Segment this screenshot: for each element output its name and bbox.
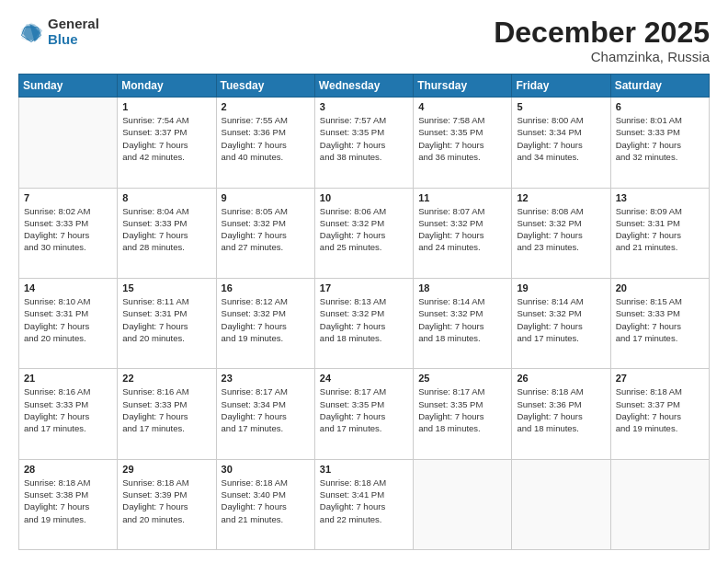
table-row xyxy=(610,459,709,549)
day-number: 6 xyxy=(616,101,704,112)
calendar-week-row: 21Sunrise: 8:16 AMSunset: 3:33 PMDayligh… xyxy=(19,369,710,459)
table-row: 23Sunrise: 8:17 AMSunset: 3:34 PMDayligh… xyxy=(216,369,314,459)
day-info: Sunrise: 7:54 AMSunset: 3:37 PMDaylight:… xyxy=(122,114,210,163)
table-row: 25Sunrise: 8:17 AMSunset: 3:35 PMDayligh… xyxy=(414,369,512,459)
day-info: Sunrise: 7:55 AMSunset: 3:36 PMDaylight:… xyxy=(222,114,310,163)
table-row: 28Sunrise: 8:18 AMSunset: 3:38 PMDayligh… xyxy=(19,459,118,549)
day-info: Sunrise: 8:11 AMSunset: 3:31 PMDaylight:… xyxy=(122,295,210,344)
day-info: Sunrise: 8:07 AMSunset: 3:32 PMDaylight:… xyxy=(418,205,506,254)
day-number: 17 xyxy=(320,282,408,293)
day-number: 12 xyxy=(517,192,605,203)
table-row: 22Sunrise: 8:16 AMSunset: 3:33 PMDayligh… xyxy=(118,369,216,459)
day-number: 20 xyxy=(616,282,704,293)
day-info: Sunrise: 8:14 AMSunset: 3:32 PMDaylight:… xyxy=(517,295,605,344)
table-row xyxy=(414,459,512,549)
table-row: 13Sunrise: 8:09 AMSunset: 3:31 PMDayligh… xyxy=(610,188,709,278)
table-row: 1Sunrise: 7:54 AMSunset: 3:37 PMDaylight… xyxy=(118,98,216,188)
table-row: 26Sunrise: 8:18 AMSunset: 3:36 PMDayligh… xyxy=(512,369,610,459)
table-row: 8Sunrise: 8:04 AMSunset: 3:33 PMDaylight… xyxy=(118,188,216,278)
col-sunday: Sunday xyxy=(19,75,118,98)
table-row: 10Sunrise: 8:06 AMSunset: 3:32 PMDayligh… xyxy=(314,188,413,278)
day-number: 5 xyxy=(517,101,605,112)
day-number: 26 xyxy=(517,373,605,384)
col-wednesday: Wednesday xyxy=(314,75,413,98)
day-info: Sunrise: 8:16 AMSunset: 3:33 PMDaylight:… xyxy=(24,385,112,434)
table-row: 4Sunrise: 7:58 AMSunset: 3:35 PMDaylight… xyxy=(414,98,512,188)
day-number: 14 xyxy=(24,282,112,293)
calendar-week-row: 1Sunrise: 7:54 AMSunset: 3:37 PMDaylight… xyxy=(19,98,710,188)
day-info: Sunrise: 8:04 AMSunset: 3:33 PMDaylight:… xyxy=(122,205,210,254)
day-number: 13 xyxy=(616,192,704,203)
day-info: Sunrise: 8:01 AMSunset: 3:33 PMDaylight:… xyxy=(616,114,704,163)
logo-icon xyxy=(18,19,44,45)
table-row: 27Sunrise: 8:18 AMSunset: 3:37 PMDayligh… xyxy=(610,369,709,459)
table-row: 30Sunrise: 8:18 AMSunset: 3:40 PMDayligh… xyxy=(216,459,314,549)
day-info: Sunrise: 7:58 AMSunset: 3:35 PMDaylight:… xyxy=(418,114,506,163)
title-block: December 2025 Chamzinka, Russia xyxy=(494,17,710,64)
table-row: 16Sunrise: 8:12 AMSunset: 3:32 PMDayligh… xyxy=(216,278,314,368)
day-info: Sunrise: 7:57 AMSunset: 3:35 PMDaylight:… xyxy=(320,114,408,163)
table-row xyxy=(19,98,118,188)
calendar-table: Sunday Monday Tuesday Wednesday Thursday… xyxy=(18,74,710,550)
table-row: 29Sunrise: 8:18 AMSunset: 3:39 PMDayligh… xyxy=(118,459,216,549)
calendar-header-row: Sunday Monday Tuesday Wednesday Thursday… xyxy=(19,75,710,98)
day-number: 30 xyxy=(222,464,310,475)
day-info: Sunrise: 8:00 AMSunset: 3:34 PMDaylight:… xyxy=(517,114,605,163)
table-row: 2Sunrise: 7:55 AMSunset: 3:36 PMDaylight… xyxy=(216,98,314,188)
page-header: General Blue December 2025 Chamzinka, Ru… xyxy=(18,17,710,64)
day-number: 9 xyxy=(222,192,310,203)
day-info: Sunrise: 8:18 AMSunset: 3:40 PMDaylight:… xyxy=(222,477,310,525)
calendar-week-row: 14Sunrise: 8:10 AMSunset: 3:31 PMDayligh… xyxy=(19,278,710,368)
table-row xyxy=(512,459,610,549)
day-info: Sunrise: 8:13 AMSunset: 3:32 PMDaylight:… xyxy=(320,295,408,344)
day-info: Sunrise: 8:17 AMSunset: 3:35 PMDaylight:… xyxy=(320,385,408,434)
day-number: 25 xyxy=(418,373,506,384)
col-friday: Friday xyxy=(512,75,610,98)
table-row: 7Sunrise: 8:02 AMSunset: 3:33 PMDaylight… xyxy=(19,188,118,278)
calendar-week-row: 7Sunrise: 8:02 AMSunset: 3:33 PMDaylight… xyxy=(19,188,710,278)
day-number: 10 xyxy=(320,192,408,203)
calendar-week-row: 28Sunrise: 8:18 AMSunset: 3:38 PMDayligh… xyxy=(19,459,710,549)
table-row: 31Sunrise: 8:18 AMSunset: 3:41 PMDayligh… xyxy=(314,459,413,549)
logo-text: General Blue xyxy=(48,17,99,47)
table-row: 20Sunrise: 8:15 AMSunset: 3:33 PMDayligh… xyxy=(610,278,709,368)
table-row: 5Sunrise: 8:00 AMSunset: 3:34 PMDaylight… xyxy=(512,98,610,188)
month-title: December 2025 xyxy=(494,17,710,49)
day-number: 23 xyxy=(222,373,310,384)
day-number: 24 xyxy=(320,373,408,384)
day-number: 1 xyxy=(122,101,210,112)
day-info: Sunrise: 8:12 AMSunset: 3:32 PMDaylight:… xyxy=(222,295,310,344)
logo: General Blue xyxy=(18,17,99,47)
col-thursday: Thursday xyxy=(414,75,512,98)
day-number: 8 xyxy=(122,192,210,203)
day-number: 19 xyxy=(517,282,605,293)
day-number: 16 xyxy=(222,282,310,293)
day-info: Sunrise: 8:14 AMSunset: 3:32 PMDaylight:… xyxy=(418,295,506,344)
col-monday: Monday xyxy=(118,75,216,98)
day-number: 22 xyxy=(122,373,210,384)
day-number: 29 xyxy=(122,464,210,475)
col-saturday: Saturday xyxy=(610,75,709,98)
day-info: Sunrise: 8:16 AMSunset: 3:33 PMDaylight:… xyxy=(122,385,210,434)
table-row: 19Sunrise: 8:14 AMSunset: 3:32 PMDayligh… xyxy=(512,278,610,368)
table-row: 11Sunrise: 8:07 AMSunset: 3:32 PMDayligh… xyxy=(414,188,512,278)
day-info: Sunrise: 8:17 AMSunset: 3:34 PMDaylight:… xyxy=(222,385,310,434)
day-number: 4 xyxy=(418,101,506,112)
day-number: 31 xyxy=(320,464,408,475)
table-row: 21Sunrise: 8:16 AMSunset: 3:33 PMDayligh… xyxy=(19,369,118,459)
day-info: Sunrise: 8:09 AMSunset: 3:31 PMDaylight:… xyxy=(616,205,704,254)
day-info: Sunrise: 8:05 AMSunset: 3:32 PMDaylight:… xyxy=(222,205,310,254)
table-row: 18Sunrise: 8:14 AMSunset: 3:32 PMDayligh… xyxy=(414,278,512,368)
table-row: 15Sunrise: 8:11 AMSunset: 3:31 PMDayligh… xyxy=(118,278,216,368)
day-number: 27 xyxy=(616,373,704,384)
day-info: Sunrise: 8:10 AMSunset: 3:31 PMDaylight:… xyxy=(24,295,112,344)
logo-general: General xyxy=(48,17,99,32)
day-number: 15 xyxy=(122,282,210,293)
table-row: 17Sunrise: 8:13 AMSunset: 3:32 PMDayligh… xyxy=(314,278,413,368)
location: Chamzinka, Russia xyxy=(494,49,710,64)
table-row: 3Sunrise: 7:57 AMSunset: 3:35 PMDaylight… xyxy=(314,98,413,188)
day-info: Sunrise: 8:15 AMSunset: 3:33 PMDaylight:… xyxy=(616,295,704,344)
day-number: 21 xyxy=(24,373,112,384)
day-info: Sunrise: 8:18 AMSunset: 3:38 PMDaylight:… xyxy=(24,477,112,525)
day-number: 11 xyxy=(418,192,506,203)
